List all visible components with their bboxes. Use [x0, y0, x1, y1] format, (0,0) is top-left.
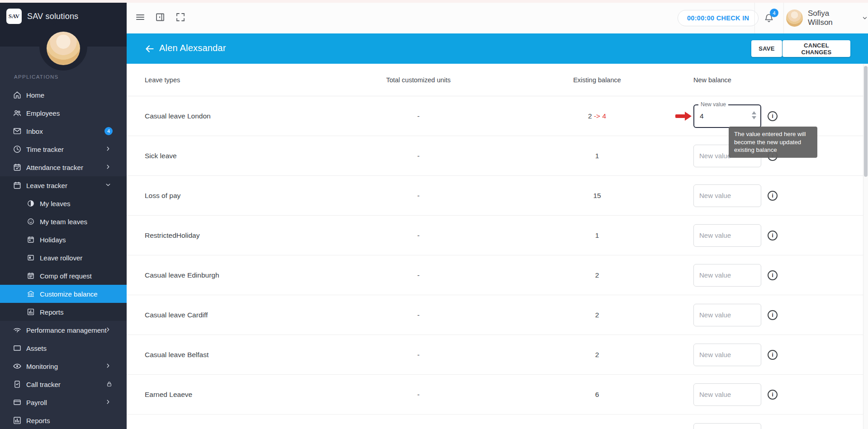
sidebar-item-reports-leave[interactable]: Reports: [0, 303, 127, 321]
sidebar-item-comp-off-request[interactable]: Comp off request: [0, 267, 127, 285]
new-balance-cell: i: [693, 423, 778, 429]
spinner-down-icon[interactable]: [752, 116, 756, 119]
sidebar-item-label: Performance management: [26, 326, 107, 334]
save-button[interactable]: SAVE: [751, 40, 782, 57]
sidebar-item-label: Reports: [40, 308, 64, 316]
sidebar-item-time-tracker[interactable]: Time tracker: [0, 140, 127, 158]
monitor-icon: [13, 344, 22, 353]
sidebar-item-leave-tracker[interactable]: Leave tracker: [0, 176, 127, 194]
fullscreen-icon: [175, 12, 186, 24]
info-icon[interactable]: i: [768, 111, 778, 121]
sidebar-item-label: Monitoring: [26, 363, 58, 370]
sidebar-item-my-team-leaves[interactable]: My team leaves: [0, 212, 127, 231]
panel-toggle-icon: [155, 12, 166, 24]
sidebar-item-performance-management[interactable]: Performance management: [0, 321, 127, 339]
new-value-input[interactable]: [694, 105, 747, 127]
existing-balance-cell: 15: [522, 192, 672, 200]
info-icon[interactable]: i: [768, 191, 778, 201]
bar-chart-icon: [26, 307, 35, 316]
notification-badge: 4: [770, 9, 778, 17]
sidebar-item-label: Holidays: [40, 236, 66, 244]
user-name: Sofiya Willson: [808, 9, 855, 27]
sidebar-item-label: Reports: [26, 417, 50, 424]
card-icon: [13, 398, 22, 407]
sidebar-item-leave-rollover[interactable]: Leave rollover: [0, 249, 127, 267]
sidebar-item-call-tracker[interactable]: Call tracker: [0, 375, 127, 393]
chevron-right-icon: [105, 326, 112, 334]
calendar-lines-icon: [26, 271, 35, 280]
sidebar-item-attendance-tracker[interactable]: Attendance tracker: [0, 158, 127, 176]
leave-type-cell: Loss of pay: [145, 192, 344, 200]
user-avatar: [786, 9, 803, 27]
number-spinner[interactable]: [752, 111, 756, 119]
topbar-divider: [754, 3, 755, 33]
scrollbar[interactable]: [863, 64, 868, 429]
spinner-up-icon[interactable]: [752, 111, 756, 114]
sidebar-item-label: Assets: [26, 344, 47, 352]
fullscreen-button[interactable]: [175, 13, 186, 24]
sidebar-item-payroll[interactable]: Payroll: [0, 393, 127, 411]
focused-new-value-field[interactable]: New value: [693, 104, 761, 128]
people-icon: [13, 108, 22, 118]
check-in-button[interactable]: 00:00:00 CHECK IN: [678, 10, 759, 26]
scrollbar-thumb[interactable]: [864, 66, 868, 177]
column-header-new-balance: New balance: [693, 76, 731, 84]
sidebar-item-label: Employees: [26, 109, 60, 117]
sidebar-item-label: Customize balance: [40, 290, 98, 298]
user-menu[interactable]: Sofiya Willson: [786, 9, 868, 28]
sidebar-item-employees[interactable]: Employees: [0, 104, 127, 122]
menu-button[interactable]: [135, 13, 146, 24]
table-body: Casual leave London-2 -> 4New valueiThe …: [127, 96, 868, 429]
sidebar-item-customize-balance[interactable]: Customize balance: [0, 285, 127, 303]
column-header-leave-types: Leave types: [145, 76, 344, 84]
sidebar-item-monitoring[interactable]: Monitoring: [0, 357, 127, 375]
cancel-changes-button[interactable]: CANCEL CHANGES: [783, 40, 850, 57]
sidebar-item-my-leaves[interactable]: My leaves: [0, 194, 127, 212]
info-icon[interactable]: i: [768, 350, 778, 360]
sidebar-item-label: Attendance tracker: [26, 164, 83, 171]
table-row: Earned Leaeve-6i: [127, 375, 868, 415]
existing-balance-cell: 2: [522, 271, 672, 279]
new-value-input[interactable]: [693, 383, 761, 406]
new-value-input[interactable]: [693, 304, 761, 326]
bank-icon: [26, 289, 35, 298]
info-icon[interactable]: i: [768, 231, 778, 240]
collapse-sidebar-button[interactable]: [155, 13, 166, 24]
table-header-row: Leave types Total customized units Exist…: [127, 64, 868, 96]
leave-type-cell: Casual leave Edinburgh: [145, 271, 344, 279]
info-icon[interactable]: i: [768, 270, 778, 280]
info-icon[interactable]: i: [768, 310, 778, 320]
sidebar-item-label: My team leaves: [40, 218, 87, 226]
bell-icon: [764, 17, 774, 25]
sidebar-item-assets[interactable]: Assets: [0, 339, 127, 357]
page-title: Alen Alexsandar: [159, 43, 226, 53]
sidebar-item-holidays[interactable]: Holidays: [0, 231, 127, 249]
top-strip: [0, 0, 868, 3]
sidebar: SAV SAV solutions APPLICATIONS HomeEmplo…: [0, 3, 127, 429]
brand-title: SAV solutions: [27, 12, 78, 21]
notifications-button[interactable]: 4: [764, 13, 774, 24]
calendar-icon: [13, 181, 22, 190]
new-value-input[interactable]: [693, 423, 761, 429]
sidebar-item-home[interactable]: Home: [0, 86, 127, 104]
existing-balance-cell: 1: [522, 231, 672, 240]
new-value-input[interactable]: [693, 224, 761, 247]
existing-balance-cell: 2: [522, 311, 672, 319]
total-customized-units-cell: -: [344, 152, 493, 160]
sidebar-item-reports[interactable]: Reports: [0, 411, 127, 429]
sidebar-item-label: Comp off request: [40, 272, 92, 280]
sidebar-item-inbox[interactable]: Inbox4: [0, 122, 127, 140]
brand: SAV SAV solutions: [6, 9, 78, 24]
total-customized-units-cell: -: [344, 311, 493, 319]
new-value-input[interactable]: [693, 184, 761, 207]
rollover-icon: [26, 253, 35, 262]
speed-icon: [13, 325, 22, 335]
column-header-total-customized-units: Total customized units: [344, 76, 493, 84]
info-icon[interactable]: i: [768, 390, 778, 400]
back-button[interactable]: [144, 43, 156, 55]
new-value-input[interactable]: [693, 344, 761, 366]
sidebar-item-label: Leave tracker: [26, 182, 67, 189]
leave-type-cell: Casual leave Belfast: [145, 351, 344, 359]
leave-type-cell: Earned Leaeve: [145, 391, 344, 399]
new-value-input[interactable]: [693, 264, 761, 287]
